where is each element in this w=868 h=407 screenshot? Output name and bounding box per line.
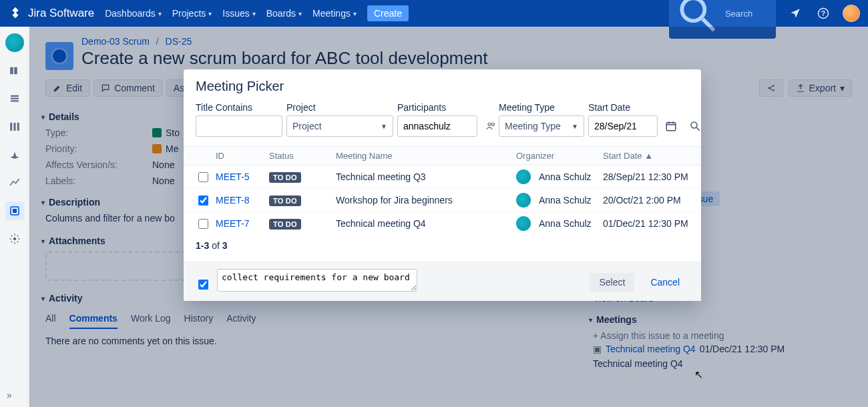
meeting-name: Technical meeting Q3 (336, 171, 516, 182)
user-avatar[interactable] (843, 5, 860, 22)
rail-expand-icon[interactable]: » (7, 390, 12, 400)
organizer-avatar (516, 216, 531, 231)
meeting-start-date: 01/Dec/21 12:30 PM (603, 218, 690, 229)
participants-picker-icon[interactable] (481, 115, 500, 137)
create-button[interactable]: Create (367, 5, 409, 21)
meeting-id[interactable]: MEET-5 (216, 171, 269, 182)
organizer: Anna Schulz (516, 193, 603, 208)
svg-rect-6 (11, 95, 19, 97)
label-project: Project (286, 102, 393, 113)
rail-settings-icon[interactable] (5, 230, 24, 248)
col-name[interactable]: Meeting Name (336, 151, 516, 161)
svg-rect-7 (11, 98, 19, 99)
table-row[interactable]: MEET-8 TO DO Workshop for Jira beginners… (184, 188, 701, 212)
table-row[interactable]: MEET-5 TO DO Technical meeting Q3 Anna S… (184, 165, 701, 188)
chevron-down-icon: ▼ (381, 123, 387, 130)
nav-dashboards[interactable]: Dashboards▾ (105, 8, 162, 19)
modal-title: Meeting Picker (184, 69, 701, 98)
note-checkbox[interactable] (198, 280, 208, 290)
col-status[interactable]: Status (269, 151, 336, 161)
status-badge: TO DO (269, 195, 301, 206)
jira-logo-icon (8, 6, 23, 21)
label-title-contains: Title Contains (196, 102, 282, 113)
modal-footer: Select Cancel (184, 262, 701, 301)
table-header: ID Status Meeting Name Organizer Start D… (184, 146, 701, 165)
cancel-button[interactable]: Cancel (641, 273, 689, 292)
svg-point-0 (682, 0, 704, 21)
svg-rect-13 (13, 209, 17, 213)
rail-issues-icon[interactable] (5, 201, 24, 220)
col-organizer[interactable]: Organizer (516, 151, 603, 161)
svg-rect-11 (17, 123, 19, 131)
chevron-down-icon: ▾ (158, 10, 162, 17)
rail-reports-icon[interactable] (5, 173, 24, 192)
search-button[interactable] (686, 115, 704, 137)
svg-rect-9 (10, 123, 12, 131)
svg-rect-8 (11, 100, 19, 101)
calendar-icon[interactable] (662, 115, 680, 137)
rail-board-icon[interactable] (5, 61, 24, 80)
nav-projects[interactable]: Projects▾ (172, 8, 212, 19)
svg-text:?: ? (821, 9, 825, 17)
chevron-down-icon: ▾ (298, 10, 302, 17)
meeting-start-date: 20/Oct/21 2:00 PM (603, 195, 690, 206)
top-nav: Jira Software Dashboards▾ Projects▾ Issu… (0, 0, 868, 27)
meeting-id[interactable]: MEET-7 (216, 218, 269, 229)
rail-columns-icon[interactable] (5, 117, 24, 136)
svg-rect-10 (13, 123, 15, 131)
nav-issues[interactable]: Issues▾ (222, 8, 255, 19)
title-contains-input[interactable] (196, 115, 282, 137)
meeting-type-select[interactable]: Meeting Type▼ (499, 115, 584, 137)
row-checkbox[interactable] (198, 172, 208, 182)
col-id[interactable]: ID (216, 151, 269, 161)
participants-input[interactable] (397, 115, 477, 137)
brand-text: Jira Software (28, 7, 94, 20)
organizer-avatar (516, 169, 531, 184)
svg-point-14 (13, 238, 16, 241)
project-select[interactable]: Project▼ (286, 115, 393, 137)
start-date-input[interactable] (588, 115, 658, 137)
chevron-down-icon: ▼ (572, 123, 578, 130)
label-participants: Participants (397, 102, 477, 113)
left-rail: » (0, 27, 29, 407)
label-start-date: Start Date (588, 102, 658, 113)
svg-rect-20 (666, 123, 676, 131)
organizer: Anna Schulz (516, 169, 603, 184)
nav-meetings[interactable]: Meetings▾ (312, 8, 357, 19)
table-row[interactable]: MEET-7 TO DO Technical meeting Q4 Anna S… (184, 212, 701, 235)
meeting-picker-dialog: Meeting Picker Title Contains Project Pr… (184, 69, 701, 301)
help-icon[interactable]: ? (815, 5, 832, 22)
meeting-start-date: 28/Sep/21 12:30 PM (603, 171, 690, 182)
row-checkbox[interactable] (198, 219, 208, 229)
select-button[interactable]: Select (590, 273, 634, 292)
svg-point-18 (488, 123, 491, 125)
notifications-icon[interactable] (787, 5, 804, 22)
chevron-down-icon: ▾ (353, 10, 357, 17)
meeting-id[interactable]: MEET-8 (216, 195, 269, 206)
svg-rect-4 (10, 67, 13, 75)
col-start-date[interactable]: Start Date ▲ (603, 151, 690, 161)
svg-rect-5 (14, 67, 17, 75)
meeting-name: Technical meeting Q4 (336, 218, 516, 229)
rail-backlog-icon[interactable] (5, 89, 24, 108)
global-search-input[interactable] (724, 8, 771, 19)
meeting-name: Workshop for Jira beginners (336, 195, 516, 206)
status-badge: TO DO (269, 172, 301, 183)
row-checkbox[interactable] (198, 195, 208, 206)
organizer-avatar (516, 193, 531, 208)
pager: 1-3 of 3 (184, 235, 701, 262)
status-badge: TO DO (269, 219, 301, 230)
chevron-down-icon: ▾ (208, 10, 212, 17)
note-input[interactable] (217, 269, 417, 292)
label-meeting-type: Meeting Type (499, 102, 584, 113)
svg-point-24 (691, 122, 697, 128)
organizer: Anna Schulz (516, 216, 603, 231)
chevron-down-icon: ▾ (252, 10, 256, 17)
rail-project-icon[interactable] (5, 33, 24, 52)
rail-releases-icon[interactable] (5, 145, 24, 164)
brand: Jira Software (8, 6, 94, 21)
svg-point-19 (491, 123, 494, 125)
nav-boards[interactable]: Boards▾ (266, 8, 302, 19)
svg-line-25 (696, 127, 700, 131)
